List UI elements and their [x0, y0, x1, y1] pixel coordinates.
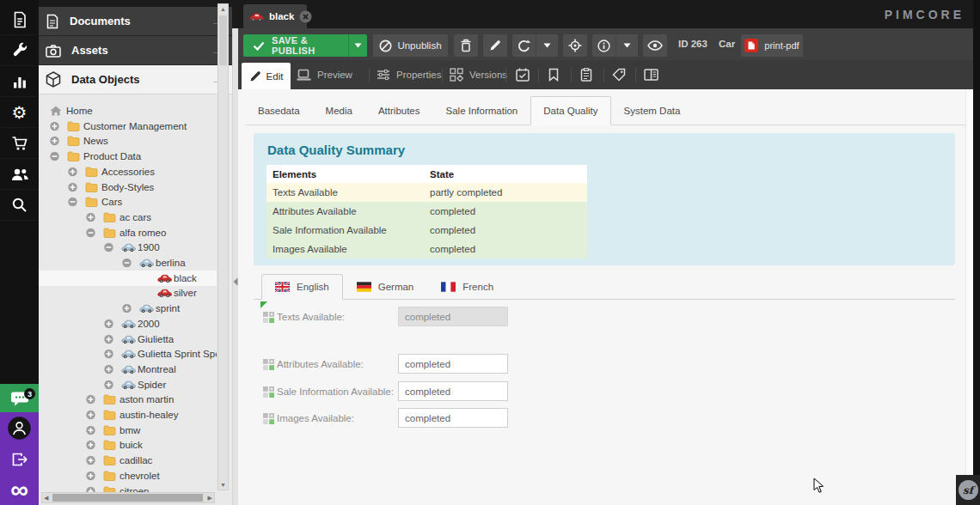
tree-item-montreal[interactable]: Montreal: [39, 362, 217, 377]
tree-item-spider[interactable]: Spider: [39, 377, 217, 392]
schedule-button[interactable]: [511, 64, 535, 86]
expand-plus-icon[interactable]: [104, 380, 113, 389]
tree-vscroll-thumb[interactable]: [219, 15, 227, 65]
content-tab-data-quality[interactable]: Data Quality: [530, 96, 610, 125]
scroll-left-icon[interactable]: ◀: [44, 493, 48, 502]
tree-item-silver[interactable]: silver: [39, 285, 217, 301]
save-publish-button[interactable]: SAVE & PUBLISH: [243, 34, 367, 57]
tree-item-gulietta-sprint-specia[interactable]: Gulietta Sprint Specia: [39, 346, 217, 362]
tree-item-home[interactable]: Home: [39, 103, 217, 119]
tree-item-black[interactable]: black: [39, 271, 217, 286]
tree-item-ac-cars[interactable]: ac cars: [39, 210, 217, 225]
tree-item-accessories[interactable]: Accessories: [39, 164, 217, 179]
expand-plus-icon[interactable]: [86, 212, 95, 222]
expand-plus-icon[interactable]: [104, 364, 113, 374]
rail-item-settings-icon[interactable]: ⚙: [0, 97, 39, 128]
expand-plus-icon[interactable]: [86, 395, 95, 405]
expand-plus-icon[interactable]: [86, 411, 95, 420]
close-tab-icon[interactable]: [299, 10, 312, 23]
tags-button[interactable]: [607, 64, 631, 86]
scroll-down-icon[interactable]: ▼: [218, 480, 228, 490]
tab-preview[interactable]: Preview: [297, 60, 352, 89]
sidebar-splitter[interactable]: [232, 28, 238, 505]
collapse-minus-icon[interactable]: [122, 259, 132, 268]
collapse-minus-icon[interactable]: [50, 152, 59, 161]
collapse-minus-icon[interactable]: [68, 198, 77, 207]
tab-black[interactable]: black: [243, 4, 307, 28]
rail-item-documents-icon[interactable]: [0, 4, 39, 35]
expand-plus-icon[interactable]: [104, 319, 113, 328]
tree-item-sprint[interactable]: sprint: [39, 301, 217, 316]
tree-item-customer-management[interactable]: Customer Management: [39, 119, 217, 134]
scroll-right-icon[interactable]: ▶: [208, 493, 212, 502]
field-value-input[interactable]: [398, 307, 508, 326]
tree-item-cadillac[interactable]: cadillac: [39, 453, 217, 468]
pimcore-logo-button[interactable]: ∞: [0, 475, 39, 505]
content-scrollbar[interactable]: [965, 89, 973, 505]
expand-plus-icon[interactable]: [104, 350, 113, 359]
reload-button[interactable]: [512, 34, 558, 57]
delete-button[interactable]: [454, 34, 478, 57]
tab-properties[interactable]: Properties: [377, 60, 441, 89]
save-options-caret[interactable]: [348, 34, 367, 57]
sidebar-panel-data-objects[interactable]: Data Objects →: [39, 65, 232, 94]
notifications-button[interactable]: 3: [0, 384, 39, 412]
language-tab-english[interactable]: English: [261, 274, 343, 300]
locate-in-tree-button[interactable]: [563, 34, 587, 57]
content-tab-system-data[interactable]: System Data: [611, 96, 694, 125]
expand-plus-icon[interactable]: [50, 137, 59, 146]
field-value-input[interactable]: [398, 408, 508, 428]
collapse-minus-icon[interactable]: [86, 228, 95, 237]
tab-edit[interactable]: Edit: [242, 63, 291, 89]
expand-plus-icon[interactable]: [68, 182, 77, 192]
rail-item-search-icon[interactable]: [0, 190, 39, 221]
unpublish-button[interactable]: Unpublish: [373, 34, 448, 57]
logout-button[interactable]: [0, 444, 39, 475]
tree-item-1900[interactable]: 1900: [39, 240, 217, 255]
tree-item-buick[interactable]: buick: [39, 437, 217, 453]
expand-plus-icon[interactable]: [86, 456, 95, 465]
tree-item-chevrolet[interactable]: chevrolet: [39, 468, 217, 484]
sidebar-panel-assets[interactable]: Assets →: [39, 36, 232, 65]
tab-versions[interactable]: Versions: [450, 60, 507, 89]
print-pdf-button[interactable]: print-pdf: [741, 34, 803, 57]
tree-item-cars[interactable]: Cars: [39, 194, 217, 210]
expand-plus-icon[interactable]: [50, 121, 59, 131]
collapse-minus-icon[interactable]: [104, 243, 113, 252]
tree-hscroll-thumb[interactable]: [52, 494, 203, 502]
expand-plus-icon[interactable]: [86, 425, 95, 435]
tree-item-austin-healey[interactable]: austin-healey: [39, 407, 217, 423]
tree-item-product-data[interactable]: Product Data: [39, 149, 217, 164]
scroll-up-icon[interactable]: ▲: [218, 4, 228, 14]
tree-item-alfa-romeo[interactable]: alfa romeo: [39, 225, 217, 240]
expand-plus-icon[interactable]: [122, 304, 132, 313]
bookmark-button[interactable]: [542, 64, 566, 86]
rename-button[interactable]: [483, 34, 507, 57]
content-tab-media[interactable]: Media: [313, 96, 365, 125]
tree-item-body-styles[interactable]: Body-Styles: [39, 179, 217, 195]
field-value-input[interactable]: [398, 354, 508, 374]
open-preview-button[interactable]: [643, 34, 667, 57]
rail-item-tools-icon[interactable]: [0, 35, 39, 66]
expand-plus-icon[interactable]: [104, 334, 113, 344]
tree-horizontal-scrollbar[interactable]: ◀ ▶: [41, 492, 215, 503]
field-value-input[interactable]: [398, 381, 508, 401]
content-tab-basedata[interactable]: Basedata: [245, 96, 313, 125]
tree-item-aston-martin[interactable]: aston martin: [39, 392, 217, 407]
language-tab-german[interactable]: German: [343, 274, 428, 300]
reload-options-caret[interactable]: [536, 34, 558, 57]
content-tab-sale-information[interactable]: Sale Information: [433, 96, 531, 125]
rail-item-ecommerce-icon[interactable]: [0, 128, 39, 159]
info-options-caret[interactable]: [616, 34, 638, 57]
expand-plus-icon[interactable]: [86, 471, 95, 480]
user-profile-button[interactable]: [0, 412, 39, 444]
notes-events-button[interactable]: [574, 64, 598, 86]
tree-item-bmw[interactable]: bmw: [39, 423, 217, 438]
sidebar-panel-documents[interactable]: Documents →: [39, 7, 232, 36]
symfony-toolbar-toggle[interactable]: sf: [956, 475, 980, 505]
tree-vertical-scrollbar[interactable]: ▲ ▼: [217, 3, 229, 490]
tree-item-news[interactable]: News: [39, 133, 217, 149]
expand-plus-icon[interactable]: [68, 167, 77, 176]
tree-item-2000[interactable]: 2000: [39, 316, 217, 332]
tree-item-berlina[interactable]: berlina: [39, 255, 217, 271]
